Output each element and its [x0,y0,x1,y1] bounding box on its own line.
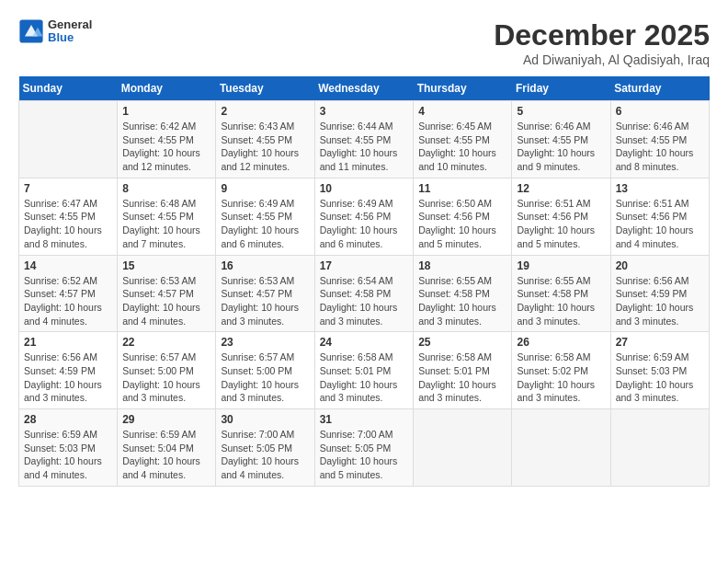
day-info: Sunrise: 6:42 AM Sunset: 4:55 PM Dayligh… [122,120,210,174]
day-number: 25 [418,336,506,349]
day-number: 27 [616,336,704,349]
day-info: Sunrise: 6:48 AM Sunset: 4:55 PM Dayligh… [122,197,210,251]
day-number: 15 [122,259,210,272]
day-info: Sunrise: 6:51 AM Sunset: 4:56 PM Dayligh… [616,197,704,251]
day-number: 5 [517,105,605,118]
day-number: 24 [320,336,409,349]
weekday-header-friday: Friday [512,76,610,101]
weekday-header-wednesday: Wednesday [314,76,414,101]
calendar-week-5: 28Sunrise: 6:59 AM Sunset: 5:03 PM Dayli… [19,409,710,487]
day-info: Sunrise: 6:50 AM Sunset: 4:56 PM Dayligh… [418,197,506,251]
logo-text: General Blue [48,18,92,45]
calendar-week-2: 7Sunrise: 6:47 AM Sunset: 4:55 PM Daylig… [19,178,710,255]
calendar-cell: 9Sunrise: 6:49 AM Sunset: 4:55 PM Daylig… [216,178,314,255]
title-area: December 2025 Ad Diwaniyah, Al Qadisiyah… [494,18,710,67]
day-info: Sunrise: 7:00 AM Sunset: 5:05 PM Dayligh… [221,428,309,482]
weekday-header-tuesday: Tuesday [216,76,314,101]
day-number: 19 [517,259,605,272]
day-number: 8 [122,182,210,195]
day-info: Sunrise: 6:49 AM Sunset: 4:55 PM Dayligh… [221,197,309,251]
logo-icon [18,18,44,44]
calendar-cell: 26Sunrise: 6:58 AM Sunset: 5:02 PM Dayli… [512,332,610,409]
calendar-week-4: 21Sunrise: 6:56 AM Sunset: 4:59 PM Dayli… [19,332,710,409]
day-number: 3 [320,105,409,118]
calendar-cell: 20Sunrise: 6:56 AM Sunset: 4:59 PM Dayli… [610,255,709,332]
day-info: Sunrise: 6:59 AM Sunset: 5:04 PM Dayligh… [122,428,210,482]
day-info: Sunrise: 6:46 AM Sunset: 4:55 PM Dayligh… [517,120,605,174]
month-title: December 2025 [494,18,710,52]
weekday-header-sunday: Sunday [19,76,118,101]
calendar-cell: 18Sunrise: 6:55 AM Sunset: 4:58 PM Dayli… [414,255,512,332]
day-info: Sunrise: 6:46 AM Sunset: 4:55 PM Dayligh… [616,120,704,174]
calendar-cell: 8Sunrise: 6:48 AM Sunset: 4:55 PM Daylig… [118,178,216,255]
weekday-header-saturday: Saturday [610,76,709,101]
calendar-body: 1Sunrise: 6:42 AM Sunset: 4:55 PM Daylig… [19,101,710,487]
day-info: Sunrise: 6:58 AM Sunset: 5:01 PM Dayligh… [320,350,409,405]
day-number: 4 [418,105,506,118]
weekday-header-thursday: Thursday [414,76,512,101]
day-number: 18 [418,259,506,272]
day-number: 9 [221,182,309,195]
calendar-cell: 27Sunrise: 6:59 AM Sunset: 5:03 PM Dayli… [610,332,709,409]
calendar-cell [512,409,610,487]
day-info: Sunrise: 6:54 AM Sunset: 4:58 PM Dayligh… [320,274,409,328]
day-info: Sunrise: 6:57 AM Sunset: 5:00 PM Dayligh… [221,350,309,405]
day-number: 13 [616,182,704,195]
day-info: Sunrise: 6:43 AM Sunset: 4:55 PM Dayligh… [221,120,309,174]
calendar-cell: 25Sunrise: 6:58 AM Sunset: 5:01 PM Dayli… [414,332,512,409]
calendar-cell: 3Sunrise: 6:44 AM Sunset: 4:55 PM Daylig… [314,101,414,178]
calendar-cell: 29Sunrise: 6:59 AM Sunset: 5:04 PM Dayli… [118,409,216,487]
calendar-cell: 12Sunrise: 6:51 AM Sunset: 4:56 PM Dayli… [512,178,610,255]
header: General Blue December 2025 Ad Diwaniyah,… [18,18,710,67]
calendar-cell: 28Sunrise: 6:59 AM Sunset: 5:03 PM Dayli… [19,409,118,487]
calendar-cell: 2Sunrise: 6:43 AM Sunset: 4:55 PM Daylig… [216,101,314,178]
day-info: Sunrise: 6:53 AM Sunset: 4:57 PM Dayligh… [122,274,210,328]
day-number: 29 [122,413,210,426]
weekday-header-row: SundayMondayTuesdayWednesdayThursdayFrid… [19,76,710,101]
day-number: 7 [24,182,112,195]
day-number: 28 [24,413,112,426]
calendar-cell [19,101,118,178]
calendar-cell: 23Sunrise: 6:57 AM Sunset: 5:00 PM Dayli… [216,332,314,409]
calendar-cell: 30Sunrise: 7:00 AM Sunset: 5:05 PM Dayli… [216,409,314,487]
day-info: Sunrise: 6:56 AM Sunset: 4:59 PM Dayligh… [24,350,112,405]
day-number: 14 [24,259,112,272]
day-number: 26 [517,336,605,349]
calendar-week-3: 14Sunrise: 6:52 AM Sunset: 4:57 PM Dayli… [19,255,710,332]
logo: General Blue [18,18,92,45]
calendar-cell: 15Sunrise: 6:53 AM Sunset: 4:57 PM Dayli… [118,255,216,332]
day-info: Sunrise: 6:49 AM Sunset: 4:56 PM Dayligh… [320,197,409,251]
weekday-header-monday: Monday [118,76,216,101]
day-number: 17 [320,259,409,272]
calendar-cell: 4Sunrise: 6:45 AM Sunset: 4:55 PM Daylig… [414,101,512,178]
calendar-cell: 31Sunrise: 7:00 AM Sunset: 5:05 PM Dayli… [314,409,414,487]
calendar-cell [610,409,709,487]
calendar-cell: 21Sunrise: 6:56 AM Sunset: 4:59 PM Dayli… [19,332,118,409]
day-number: 11 [418,182,506,195]
day-info: Sunrise: 6:56 AM Sunset: 4:59 PM Dayligh… [616,274,704,328]
calendar-table: SundayMondayTuesdayWednesdayThursdayFrid… [18,76,710,487]
calendar-cell: 17Sunrise: 6:54 AM Sunset: 4:58 PM Dayli… [314,255,414,332]
day-info: Sunrise: 6:55 AM Sunset: 4:58 PM Dayligh… [418,274,506,328]
day-number: 22 [122,336,210,349]
calendar-cell: 10Sunrise: 6:49 AM Sunset: 4:56 PM Dayli… [314,178,414,255]
day-number: 1 [122,105,210,118]
day-number: 30 [221,413,309,426]
day-info: Sunrise: 6:51 AM Sunset: 4:56 PM Dayligh… [517,197,605,251]
day-number: 21 [24,336,112,349]
calendar-cell: 16Sunrise: 6:53 AM Sunset: 4:57 PM Dayli… [216,255,314,332]
calendar-cell: 14Sunrise: 6:52 AM Sunset: 4:57 PM Dayli… [19,255,118,332]
calendar-cell [414,409,512,487]
calendar-cell: 1Sunrise: 6:42 AM Sunset: 4:55 PM Daylig… [118,101,216,178]
day-info: Sunrise: 6:52 AM Sunset: 4:57 PM Dayligh… [24,274,112,328]
location-title: Ad Diwaniyah, Al Qadisiyah, Iraq [494,52,710,67]
day-info: Sunrise: 7:00 AM Sunset: 5:05 PM Dayligh… [320,428,409,482]
day-info: Sunrise: 6:59 AM Sunset: 5:03 PM Dayligh… [24,428,112,482]
logo-general: General [48,18,92,31]
day-number: 10 [320,182,409,195]
day-info: Sunrise: 6:59 AM Sunset: 5:03 PM Dayligh… [616,350,704,405]
calendar-cell: 5Sunrise: 6:46 AM Sunset: 4:55 PM Daylig… [512,101,610,178]
day-number: 16 [221,259,309,272]
day-number: 6 [616,105,704,118]
day-info: Sunrise: 6:57 AM Sunset: 5:00 PM Dayligh… [122,350,210,405]
